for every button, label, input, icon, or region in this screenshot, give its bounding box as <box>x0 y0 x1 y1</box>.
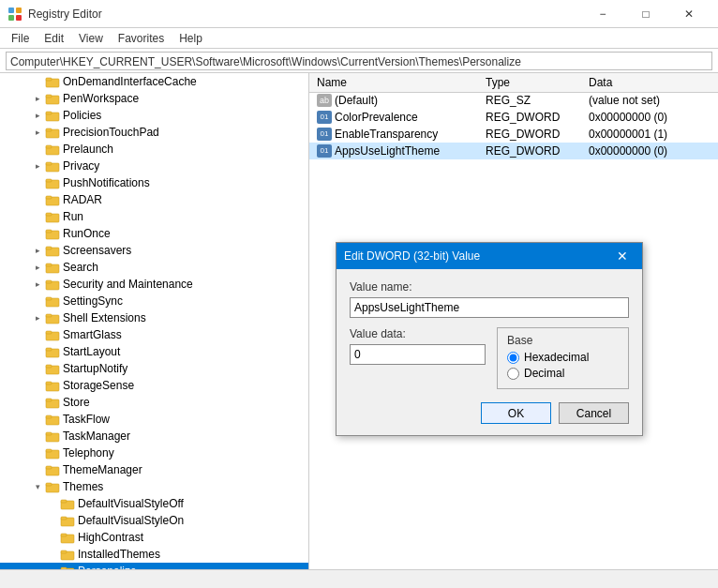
tree-label: OnDemandInterfaceCache <box>63 75 197 88</box>
tree-item-run[interactable]: Run <box>0 208 308 225</box>
folder-icon <box>45 462 60 477</box>
menu-view[interactable]: View <box>71 30 111 47</box>
svg-rect-17 <box>46 179 52 182</box>
ok-button[interactable]: OK <box>481 402 551 424</box>
registry-table: Name Type Data ab(Default) REG_SZ (value… <box>309 73 718 160</box>
tree-label: Search <box>63 261 98 274</box>
tree-item-securityandmaintenance[interactable]: ▸ Security and Maintenance <box>0 276 308 293</box>
tree-item-radar[interactable]: RADAR <box>0 191 308 208</box>
svg-rect-5 <box>46 78 52 81</box>
tree-arrow-empty <box>30 73 45 90</box>
tree-item-pushnotifications[interactable]: PushNotifications <box>0 174 308 191</box>
hexadecimal-radio[interactable] <box>507 352 519 364</box>
tree-item-screensavers[interactable]: ▸ Screensavers <box>0 242 308 259</box>
tree-item-settingsync[interactable]: SettingSync <box>0 293 308 309</box>
tree-item-taskmanager[interactable]: TaskManager <box>0 428 308 445</box>
tree-item-thememanager[interactable]: ThemeManager <box>0 461 308 478</box>
dialog-title: Edit DWORD (32-bit) Value <box>344 249 480 263</box>
tree-label: RADAR <box>63 193 102 206</box>
tree-item-personalize[interactable]: Personalize <box>0 563 308 569</box>
tree-label: Privacy <box>63 159 99 173</box>
decimal-radio[interactable] <box>507 368 519 380</box>
col-type[interactable]: Type <box>478 73 581 92</box>
tree-arrow: ▸ <box>30 309 45 326</box>
menu-edit[interactable]: Edit <box>37 30 71 47</box>
tree-item-telephony[interactable]: Telephony <box>0 445 308 461</box>
menu-bar: File Edit View Favorites Help <box>0 28 718 49</box>
tree-item-themes[interactable]: ▾ Themes <box>0 478 308 495</box>
maximize-button[interactable]: □ <box>624 0 667 28</box>
tree-item-search[interactable]: ▸ Search <box>0 259 308 276</box>
address-path[interactable]: Computer\HKEY_CURRENT_USER\Software\Micr… <box>6 52 712 70</box>
svg-rect-3 <box>16 15 22 21</box>
folder-icon <box>45 310 60 325</box>
folder-icon <box>60 547 75 562</box>
col-data[interactable]: Data <box>581 73 718 92</box>
tree-label: RunOnce <box>63 227 111 240</box>
tree-label: InstalledThemes <box>78 548 160 561</box>
dialog-title-bar: Edit DWORD (32-bit) Value ✕ <box>337 243 642 269</box>
tree-item-startlayout[interactable]: StartLayout <box>0 343 308 360</box>
menu-file[interactable]: File <box>4 30 37 47</box>
tree-item-prelaunch[interactable]: Prelaunch <box>0 141 308 158</box>
tree-item-defaultvisualstyleoff[interactable]: DefaultVisualStyleOff <box>0 495 308 512</box>
folder-icon <box>45 158 60 173</box>
tree-label: Policies <box>63 109 101 122</box>
dialog-close-button[interactable]: ✕ <box>610 244 635 268</box>
folder-icon <box>45 344 60 359</box>
tree-item-runonce[interactable]: RunOnce <box>0 225 308 242</box>
tree-item-store[interactable]: Store <box>0 394 308 411</box>
table-row[interactable]: 01AppsUseLightTheme REG_DWORD 0x00000000… <box>309 143 718 159</box>
tree-item-shellextensions[interactable]: ▸ Shell Extensions <box>0 309 308 326</box>
minimize-button[interactable]: − <box>581 0 624 28</box>
tree-arrow: ▸ <box>30 259 45 276</box>
cell-data: 0x00000000 (0) <box>581 143 718 159</box>
col-name[interactable]: Name <box>309 73 478 92</box>
tree-label: PrecisionTouchPad <box>63 126 159 139</box>
svg-rect-51 <box>46 466 52 469</box>
tree-arrow: ▾ <box>30 478 45 495</box>
cancel-button[interactable]: Cancel <box>559 402 629 424</box>
tree-label: TaskFlow <box>63 413 110 426</box>
tree-item-penworkspace[interactable]: ▸ PenWorkspace <box>0 90 308 107</box>
tree-item-policies[interactable]: ▸ Policies <box>0 107 308 124</box>
table-row[interactable]: 01EnableTransparency REG_DWORD 0x0000000… <box>309 126 718 143</box>
folder-icon <box>45 192 60 207</box>
app-icon <box>7 7 22 22</box>
svg-rect-57 <box>61 517 67 520</box>
dec-label[interactable]: Decimal <box>524 367 564 380</box>
cell-name: 01EnableTransparency <box>309 126 478 143</box>
table-row[interactable]: ab(Default) REG_SZ (value not set) <box>309 92 718 109</box>
tree-label: ThemeManager <box>63 463 142 476</box>
folder-icon <box>60 496 75 511</box>
svg-rect-33 <box>46 314 52 317</box>
tree-label: SmartGlass <box>63 328 122 341</box>
tree-arrow-empty <box>30 394 45 411</box>
tree-item-defaultvisualstyleon[interactable]: DefaultVisualStyleOn <box>0 512 308 529</box>
tree-item-smartglass[interactable]: SmartGlass <box>0 326 308 343</box>
tree-arrow: ▸ <box>30 242 45 259</box>
table-row[interactable]: 01ColorPrevalence REG_DWORD 0x00000000 (… <box>309 109 718 126</box>
tree-item-precisiontouchpad[interactable]: ▸ PrecisionTouchPad <box>0 124 308 141</box>
tree-item-highcontrast[interactable]: HighContrast <box>0 529 308 546</box>
hex-label[interactable]: Hexadecimal <box>524 351 589 364</box>
tree-item-storagesense[interactable]: StorageSense <box>0 377 308 394</box>
tree-arrow-empty <box>30 208 45 225</box>
menu-favorites[interactable]: Favorites <box>111 30 172 47</box>
folder-icon <box>45 125 60 140</box>
tree-item-startupnotify[interactable]: StartupNotify <box>0 360 308 377</box>
svg-rect-19 <box>46 196 52 199</box>
folder-icon <box>45 445 60 460</box>
close-button[interactable]: ✕ <box>667 0 711 28</box>
tree-arrow-empty <box>30 428 45 445</box>
value-data-input[interactable] <box>350 344 486 365</box>
value-name-input[interactable] <box>350 297 629 318</box>
tree-item-installedthemes[interactable]: InstalledThemes <box>0 546 308 563</box>
svg-rect-1 <box>16 8 22 13</box>
tree-item-taskflow[interactable]: TaskFlow <box>0 411 308 428</box>
menu-help[interactable]: Help <box>172 30 210 47</box>
tree-label: DefaultVisualStyleOff <box>78 497 184 510</box>
folder-icon <box>45 260 60 275</box>
tree-item-ondemandinterfacecache[interactable]: OnDemandInterfaceCache <box>0 73 308 90</box>
tree-item-privacy[interactable]: ▸ Privacy <box>0 158 308 174</box>
